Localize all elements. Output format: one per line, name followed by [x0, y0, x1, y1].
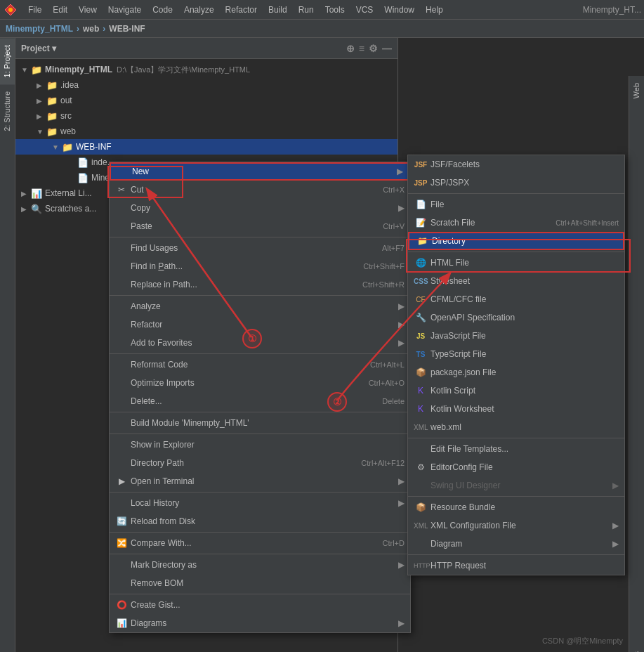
menu-edit[interactable]: Edit — [47, 3, 73, 17]
menu-build[interactable]: Build — [263, 3, 293, 17]
ctx-sep6 — [110, 492, 410, 493]
ctx-mark-directory[interactable]: Mark Directory as ▶ — [110, 556, 410, 574]
sub-jsf[interactable]: JSF JSF/Facelets — [408, 155, 624, 174]
watermark: CSDN @明空Minempty — [542, 636, 623, 646]
editorconfig-icon: ⚙ — [414, 462, 428, 472]
sub-kotlin-worksheet[interactable]: K Kotlin Worksheet — [408, 400, 624, 418]
compare-icon: 🔀 — [115, 538, 128, 548]
ts-icon: TS — [414, 351, 428, 358]
ctx-analyze-label: Analyze — [131, 301, 395, 311]
ctx-compare-with[interactable]: 🔀 Compare With... Ctrl+D — [110, 534, 410, 552]
menu-analyze[interactable]: Analyze — [178, 3, 220, 17]
ctx-refactor[interactable]: Refactor ▶ — [110, 315, 410, 334]
tree-webinf[interactable]: ▼ 📁 WEB-INF — [15, 139, 397, 155]
ctx-paste[interactable]: Paste Ctrl+V — [110, 217, 410, 235]
tree-src[interactable]: ▶ 📁 src — [15, 108, 397, 124]
menu-code[interactable]: Code — [147, 3, 178, 17]
breadcrumb-web[interactable]: web — [83, 24, 99, 34]
sub-editorconfig[interactable]: ⚙ EditorConfig File — [408, 458, 624, 476]
breadcrumb-project[interactable]: Minempty_HTML — [6, 24, 73, 34]
ctx-copy[interactable]: Copy ▶ — [110, 199, 410, 217]
breadcrumb-webinf[interactable]: WEB-INF — [109, 24, 145, 34]
ctx-build-module[interactable]: Build Module 'Minempty_HTML' — [110, 414, 410, 432]
sidebar-tab-web[interactable]: Web — [629, 76, 644, 105]
sub-openapi[interactable]: 🔧 OpenAPI Specification — [408, 308, 624, 327]
sub-sep2 — [408, 252, 624, 252]
kotlinscript-icon: K — [414, 386, 428, 396]
resourcebundle-icon: 📦 — [414, 502, 428, 512]
ctx-open-terminal[interactable]: ▶ Open in Terminal ▶ — [110, 472, 410, 490]
sub-scratch-file[interactable]: 📝 Scratch File Ctrl+Alt+Shift+Insert — [408, 214, 624, 232]
ctx-find-usages[interactable]: Find Usages Alt+F7 — [110, 239, 410, 257]
terminal-icon: ▶ — [115, 476, 128, 486]
sub-openapi-label: OpenAPI Specification — [431, 313, 619, 322]
tree-idea[interactable]: ▶ 📁 .idea — [15, 77, 397, 93]
tree-out[interactable]: ▶ 📁 out — [15, 93, 397, 108]
menu-vcs[interactable]: VCS — [350, 3, 379, 17]
sub-templates-label: Edit File Templates... — [431, 444, 619, 454]
ctx-cut[interactable]: ✂ Cut Ctrl+X — [110, 181, 410, 199]
openapi-icon: 🔧 — [414, 313, 428, 322]
menu-help[interactable]: Help — [420, 3, 449, 17]
ctx-delete[interactable]: Delete... Delete — [110, 392, 410, 410]
ctx-show-explorer[interactable]: Show in Explorer — [110, 436, 410, 454]
menu-window[interactable]: Window — [379, 3, 420, 17]
sidebar-tab-structure[interactable]: 2: Structure — [0, 84, 15, 138]
cfml-icon: CF — [414, 296, 428, 304]
sub-html[interactable]: 🌐 HTML File — [408, 254, 624, 272]
sub-js[interactable]: JS JavaScript File — [408, 327, 624, 345]
sub-diagram[interactable]: Diagram ▶ — [408, 535, 624, 553]
sub-kotlin-script[interactable]: K Kotlin Script — [408, 382, 624, 400]
ctx-build-label: Build Module 'Minempty_HTML' — [131, 418, 405, 428]
sub-jsp[interactable]: JSP JSP/JSPX — [408, 174, 624, 192]
ctx-find-in-path[interactable]: Find in Path... Ctrl+Shift+F — [110, 257, 410, 275]
ctx-mark-arrow: ▶ — [398, 560, 405, 570]
ctx-terminal-arrow: ▶ — [398, 476, 405, 486]
breadcrumb: Minempty_HTML › web › WEB-INF — [0, 20, 644, 38]
ctx-analyze[interactable]: Analyze ▶ — [110, 297, 410, 315]
ctx-reformat[interactable]: Reformat Code Ctrl+Alt+L — [110, 356, 410, 374]
panel-collapse-icon[interactable]: ≡ — [359, 43, 364, 54]
sub-xml-config[interactable]: XML XML Configuration File ▶ — [408, 516, 624, 535]
tree-root[interactable]: ▼ 📁 Minempty_HTML D:\【Java】学习文件\Minempty… — [15, 62, 397, 77]
panel-title: Project ▾ — [21, 44, 56, 53]
menu-navigate[interactable]: Navigate — [103, 3, 147, 17]
menu-run[interactable]: Run — [293, 3, 320, 17]
sub-webxml[interactable]: XML web.xml — [408, 418, 624, 436]
js-icon: JS — [414, 332, 428, 340]
ctx-reload[interactable]: 🔄 Reload from Disk — [110, 512, 410, 530]
sub-swingui-label: Swing UI Designer — [431, 481, 612, 490]
menu-tools[interactable]: Tools — [320, 3, 350, 17]
ctx-local-history[interactable]: Local History ▶ — [110, 494, 410, 512]
panel-settings-icon[interactable]: ⚙ — [369, 43, 378, 54]
sub-ts[interactable]: TS TypeScript File — [408, 345, 624, 363]
sub-edit-templates[interactable]: Edit File Templates... — [408, 440, 624, 458]
sidebar-tab-favorites[interactable]: Favorites — [629, 644, 644, 652]
sub-jsf-label: JSF/Facelets — [431, 159, 619, 169]
menu-refactor[interactable]: Refactor — [220, 3, 263, 17]
sidebar-tab-project[interactable]: 1: Project — [0, 38, 15, 84]
sub-pkg-json[interactable]: 📦 package.json File — [408, 363, 624, 382]
ctx-sep8 — [110, 554, 410, 554]
sub-kotlinworksheet-label: Kotlin Worksheet — [431, 404, 619, 414]
sub-directory[interactable]: 📁 Directory — [408, 232, 624, 250]
sub-css[interactable]: CSS Stylesheet — [408, 272, 624, 290]
sub-cfml[interactable]: CF CFML/CFC file — [408, 290, 624, 308]
sub-resource-bundle[interactable]: 📦 Resource Bundle — [408, 498, 624, 516]
panel-close-icon[interactable]: — — [382, 43, 392, 54]
ctx-diagrams[interactable]: 📊 Diagrams ▶ — [110, 614, 410, 632]
breadcrumb-sep2: › — [103, 24, 105, 34]
ctx-create-gist[interactable]: ⭕ Create Gist... — [110, 596, 410, 614]
menu-view[interactable]: View — [73, 3, 103, 17]
ctx-remove-bom[interactable]: Remove BOM — [110, 574, 410, 592]
ctx-new[interactable]: New ▶ — [110, 162, 410, 181]
ctx-optimize-imports[interactable]: Optimize Imports Ctrl+Alt+O — [110, 374, 410, 392]
ctx-directory-path[interactable]: Directory Path Ctrl+Alt+F12 — [110, 454, 410, 472]
sub-file[interactable]: 📄 File — [408, 195, 624, 214]
ctx-replace-in-path[interactable]: Replace in Path... Ctrl+Shift+R — [110, 275, 410, 294]
sub-http-request[interactable]: HTTP HTTP Request — [408, 556, 624, 575]
tree-web[interactable]: ▼ 📁 web — [15, 124, 397, 139]
panel-locate-icon[interactable]: ⊕ — [346, 43, 355, 54]
side-tabs-right: Web Favorites — [629, 76, 644, 652]
menu-file[interactable]: File — [22, 3, 47, 17]
